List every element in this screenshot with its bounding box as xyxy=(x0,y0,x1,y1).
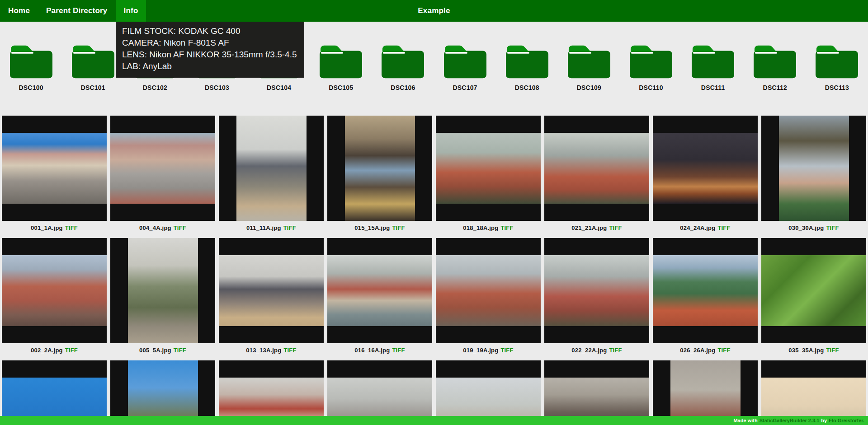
folder-icon xyxy=(72,44,114,79)
photo-filename: 018_18A.jpg xyxy=(463,224,498,231)
folder-item-dsc111[interactable]: DSC111 xyxy=(682,44,744,91)
folder-label: DSC101 xyxy=(81,84,105,91)
tiff-link[interactable]: TIFF xyxy=(283,347,296,354)
photo-thumbnail[interactable] xyxy=(327,238,432,343)
folder-item-dsc110[interactable]: DSC110 xyxy=(620,44,682,91)
folder-label: DSC104 xyxy=(267,84,291,91)
folder-label: DSC111 xyxy=(701,84,725,91)
folder-icon xyxy=(754,44,796,79)
folder-item-dsc100[interactable]: DSC100 xyxy=(0,44,62,91)
nav-item-parent-directory[interactable]: Parent Directory xyxy=(38,0,115,22)
photo-thumbnail[interactable] xyxy=(544,116,649,221)
folder-item-dsc106[interactable]: DSC106 xyxy=(372,44,434,91)
tiff-link[interactable]: TIFF xyxy=(392,224,405,231)
folder-label: DSC105 xyxy=(329,84,353,91)
photo-filename: 022_22A.jpg xyxy=(571,347,607,354)
photo-thumbnail[interactable] xyxy=(436,238,541,343)
folder-item-dsc107[interactable]: DSC107 xyxy=(434,44,496,91)
tiff-link[interactable]: TIFF xyxy=(717,224,730,231)
photo-thumbnail[interactable] xyxy=(653,360,758,425)
photo-caption: 026_26A.jpgTIFF xyxy=(651,347,760,354)
photo-filename: 024_24A.jpg xyxy=(680,224,715,231)
photo-caption: 011_11A.jpgTIFF xyxy=(217,224,326,232)
photo-row xyxy=(0,360,868,425)
photo-thumbnail[interactable] xyxy=(544,238,649,343)
photo-thumbnail[interactable] xyxy=(327,360,432,425)
photo-thumbnail[interactable] xyxy=(219,360,324,425)
photo-cell: 030_30A.jpgTIFF xyxy=(760,116,868,238)
photo-thumbnail[interactable] xyxy=(653,116,758,221)
folder-label: DSC109 xyxy=(577,84,601,91)
info-tooltip: FILM STOCK: KODAK GC 400CAMERA: Nikon F-… xyxy=(116,22,304,78)
tiff-link[interactable]: TIFF xyxy=(174,224,186,231)
photo-image xyxy=(236,116,307,221)
photo-thumbnail[interactable] xyxy=(327,116,432,221)
photo-caption: 024_24A.jpgTIFF xyxy=(651,224,760,232)
tiff-link[interactable]: TIFF xyxy=(392,347,405,354)
folder-item-dsc112[interactable]: DSC112 xyxy=(744,44,806,91)
tiff-link[interactable]: TIFF xyxy=(65,224,78,231)
photo-image xyxy=(779,116,849,221)
photo-thumbnail[interactable] xyxy=(761,116,866,221)
tiff-link[interactable]: TIFF xyxy=(717,347,730,354)
photo-caption: 018_18A.jpgTIFF xyxy=(434,224,542,232)
photo-thumbnail[interactable] xyxy=(219,238,324,343)
folder-item-dsc108[interactable]: DSC108 xyxy=(496,44,558,91)
folder-item-dsc105[interactable]: DSC105 xyxy=(310,44,372,91)
photo-thumbnail[interactable] xyxy=(436,360,541,425)
photo-cell: 021_21A.jpgTIFF xyxy=(542,116,651,238)
photo-thumbnail[interactable] xyxy=(761,238,866,343)
photo-cell: 015_15A.jpgTIFF xyxy=(326,116,434,238)
nav-item-home[interactable]: Home xyxy=(0,0,38,22)
photo-image xyxy=(670,360,741,425)
photo-caption: 002_2A.jpgTIFF xyxy=(0,347,108,354)
folder-icon xyxy=(444,44,486,79)
folder-item-dsc101[interactable]: DSC101 xyxy=(62,44,124,91)
photo-thumbnail[interactable] xyxy=(110,116,215,221)
folder-label: DSC112 xyxy=(763,84,787,91)
folder-item-dsc113[interactable]: DSC113 xyxy=(806,44,868,91)
photo-thumbnail[interactable] xyxy=(436,116,541,221)
author-link[interactable]: Flo Greistorfer. xyxy=(829,418,864,423)
photo-cell xyxy=(217,360,326,425)
photo-cell xyxy=(760,360,868,425)
builder-link[interactable]: StaticGalleryBuilder 2.3.1 xyxy=(760,418,820,423)
photo-filename: 005_5A.jpg xyxy=(139,347,171,354)
photo-cell: 018_18A.jpgTIFF xyxy=(434,116,542,238)
folder-item-dsc109[interactable]: DSC109 xyxy=(558,44,620,91)
info-line: CAMERA: Nikon F-801S AF xyxy=(122,37,297,49)
tiff-link[interactable]: TIFF xyxy=(174,347,186,354)
photo-thumbnail[interactable] xyxy=(544,360,649,425)
tiff-link[interactable]: TIFF xyxy=(609,347,622,354)
photo-thumbnail[interactable] xyxy=(110,360,215,425)
folder-icon xyxy=(816,44,858,79)
photo-thumbnail[interactable] xyxy=(653,238,758,343)
photo-filename: 011_11A.jpg xyxy=(246,224,281,231)
photo-filename: 035_35A.jpg xyxy=(788,347,824,354)
photo-thumbnail[interactable] xyxy=(2,238,107,343)
photo-image xyxy=(653,133,758,204)
photo-thumbnail[interactable] xyxy=(2,360,107,425)
tiff-link[interactable]: TIFF xyxy=(500,347,513,354)
photo-cell: 019_19A.jpgTIFF xyxy=(434,238,542,360)
photo-filename: 004_4A.jpg xyxy=(139,224,171,231)
tiff-link[interactable]: TIFF xyxy=(609,224,622,231)
info-line: LENS: Nikon AF NIKKOR 35-135mm f/3.5-4.5 xyxy=(122,49,297,61)
photo-thumbnail[interactable] xyxy=(110,238,215,343)
photo-image xyxy=(219,255,324,326)
photo-thumbnail[interactable] xyxy=(2,116,107,221)
tiff-link[interactable]: TIFF xyxy=(65,347,78,354)
footer-bar: Made with StaticGalleryBuilder 2.3.1 by … xyxy=(0,416,868,425)
photo-thumbnail[interactable] xyxy=(761,360,866,425)
tiff-link[interactable]: TIFF xyxy=(500,224,513,231)
photo-row: 002_2A.jpgTIFF005_5A.jpgTIFF013_13A.jpgT… xyxy=(0,238,868,360)
tiff-link[interactable]: TIFF xyxy=(826,224,839,231)
photo-caption: 019_19A.jpgTIFF xyxy=(434,347,542,354)
tiff-link[interactable]: TIFF xyxy=(826,347,839,354)
photo-thumbnail[interactable] xyxy=(219,116,324,221)
tiff-link[interactable]: TIFF xyxy=(283,224,296,231)
gallery-title: Example xyxy=(418,0,450,22)
photo-row: 001_1A.jpgTIFF004_4A.jpgTIFF011_11A.jpgT… xyxy=(0,116,868,238)
folder-label: DSC113 xyxy=(825,84,849,91)
nav-item-info[interactable]: Info xyxy=(116,0,146,22)
